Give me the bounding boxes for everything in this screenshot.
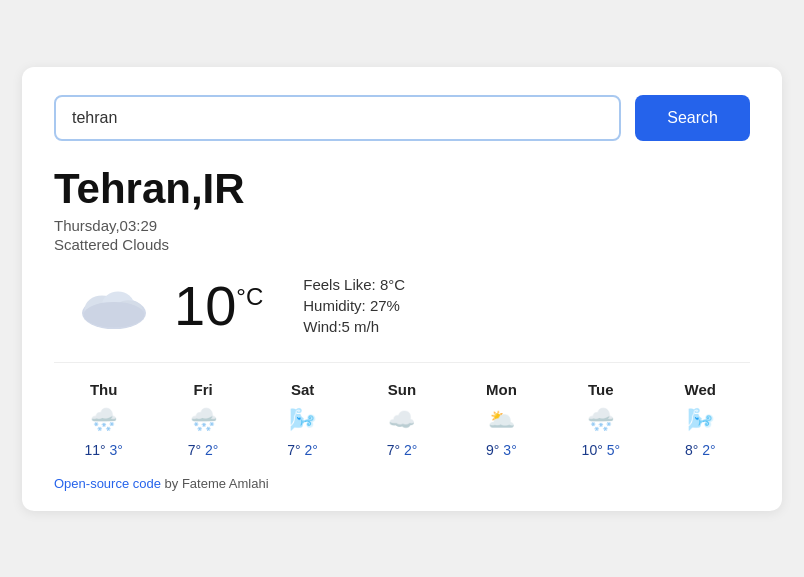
forecast-temps-wed: 8° 2°	[685, 442, 716, 458]
search-input[interactable]	[54, 95, 621, 141]
weather-icon-area	[54, 278, 174, 333]
forecast-icon-fri: 🌨️	[190, 404, 217, 436]
weather-main: 10°C Feels Like: 8°C Humidity: 27% Wind:…	[54, 273, 750, 338]
forecast-day-sun: Sun ☁️ 7° 2°	[352, 381, 451, 458]
forecast-icon-tue: 🌨️	[587, 404, 614, 436]
footer: Open-source code by Fateme Amlahi	[54, 476, 750, 491]
forecast-day-name: Fri	[194, 381, 213, 398]
forecast-temps-sun: 7° 2°	[387, 442, 418, 458]
forecast-temps-tue: 10° 5°	[582, 442, 620, 458]
forecast-day-fri: Fri 🌨️ 7° 2°	[153, 381, 252, 458]
wind: Wind:5 m/h	[303, 318, 405, 335]
forecast-day-name: Thu	[90, 381, 118, 398]
forecast-icon-mon: 🌥️	[488, 404, 515, 436]
forecast-day-name: Sun	[388, 381, 416, 398]
forecast-day-name: Sat	[291, 381, 314, 398]
forecast-day-thu: Thu 🌨️ 11° 3°	[54, 381, 153, 458]
forecast-row: Thu 🌨️ 11° 3° Fri 🌨️ 7° 2° Sat 🌬️ 7° 2° …	[54, 362, 750, 458]
svg-point-4	[84, 301, 145, 327]
condition-text: Scattered Clouds	[54, 236, 750, 253]
forecast-temps-mon: 9° 3°	[486, 442, 517, 458]
forecast-day-name: Wed	[685, 381, 716, 398]
forecast-day-name: Mon	[486, 381, 517, 398]
forecast-day-mon: Mon 🌥️ 9° 3°	[452, 381, 551, 458]
temperature-display: 10°C	[174, 273, 263, 338]
forecast-icon-wed: 🌬️	[687, 404, 714, 436]
weather-card: Search Tehran,IR Thursday,03:29 Scattere…	[22, 67, 782, 511]
forecast-temps-sat: 7° 2°	[287, 442, 318, 458]
forecast-day-name: Tue	[588, 381, 614, 398]
cloud-icon	[74, 278, 154, 333]
forecast-icon-thu: 🌨️	[90, 404, 117, 436]
search-row: Search	[54, 95, 750, 141]
forecast-day-sat: Sat 🌬️ 7° 2°	[253, 381, 352, 458]
weather-details: Feels Like: 8°C Humidity: 27% Wind:5 m/h	[303, 276, 405, 335]
forecast-temps-thu: 11° 3°	[84, 442, 122, 458]
search-button[interactable]: Search	[635, 95, 750, 141]
opensource-link[interactable]: Open-source code	[54, 476, 161, 491]
forecast-icon-sat: 🌬️	[289, 404, 316, 436]
feels-like: Feels Like: 8°C	[303, 276, 405, 293]
forecast-temps-fri: 7° 2°	[188, 442, 219, 458]
city-name: Tehran,IR	[54, 165, 750, 213]
forecast-icon-sun: ☁️	[388, 404, 415, 436]
footer-by-text: by Fateme Amlahi	[161, 476, 269, 491]
forecast-day-tue: Tue 🌨️ 10° 5°	[551, 381, 650, 458]
humidity: Humidity: 27%	[303, 297, 405, 314]
forecast-day-wed: Wed 🌬️ 8° 2°	[651, 381, 750, 458]
date-time: Thursday,03:29	[54, 217, 750, 234]
